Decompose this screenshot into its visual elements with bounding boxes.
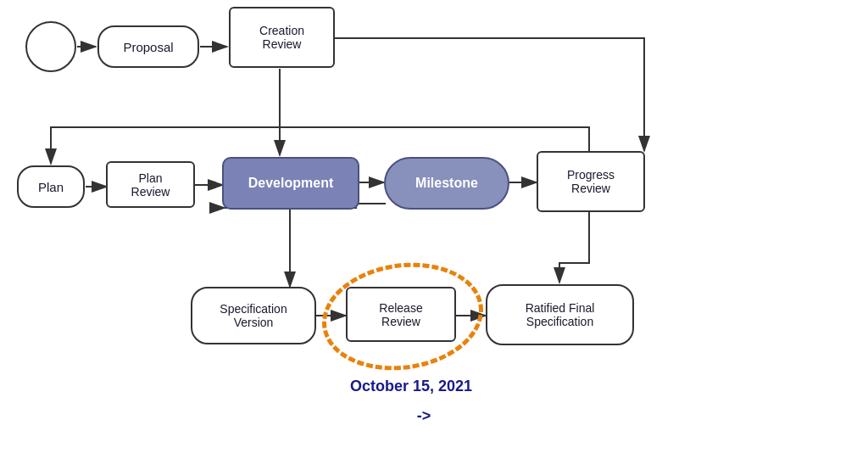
progress-review-node: ProgressReview (537, 151, 645, 212)
proposal-node: Proposal (97, 25, 199, 68)
creation-review-node: CreationReview (229, 7, 335, 68)
development-node: Development (222, 157, 359, 210)
process-diagram: Proposal CreationReview Plan PlanReview … (0, 0, 868, 459)
plan-node: Plan (17, 165, 85, 208)
milestone-node: Milestone (384, 157, 509, 210)
spec-version-node: SpecificationVersion (191, 287, 316, 344)
start-node (25, 21, 76, 72)
ratified-spec-node: Ratified FinalSpecification (486, 284, 634, 345)
release-review-node: ReleaseReview (346, 287, 456, 342)
arrow-label: -> (390, 407, 458, 425)
date-label: October 15, 2021 (318, 378, 504, 395)
plan-review-node: PlanReview (106, 161, 195, 208)
